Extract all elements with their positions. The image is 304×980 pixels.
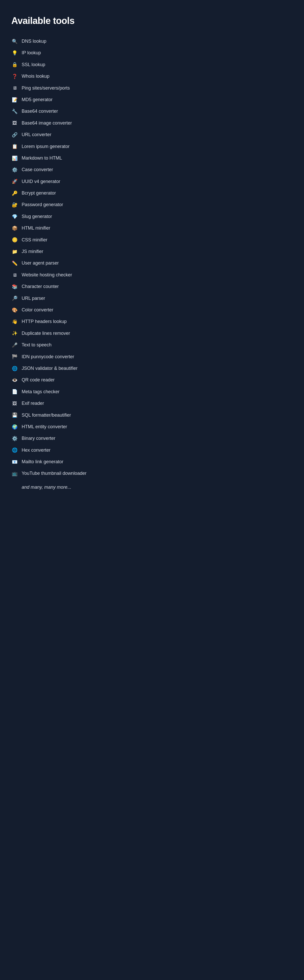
tool-item-youtube-thumbnail-downloader[interactable]: 📺YouTube thumbnail downloader [11, 468, 123, 479]
more-text: and many, many more... [11, 479, 123, 493]
tool-icon-html-entity-converter: 🌍 [11, 425, 18, 429]
main-container: Available tools 🔍DNS lookup💡IP lookup🔒SS… [0, 0, 134, 513]
tool-label-text-to-speech: Text to speech [22, 342, 51, 348]
tool-icon-binary-converter: ⚙️ [11, 436, 18, 441]
tool-icon-slug-generator: 💎 [11, 215, 18, 219]
tool-item-html-entity-converter[interactable]: 🌍HTML entity converter [11, 421, 123, 433]
tool-item-user-agent-parser[interactable]: ✏️User agent parser [11, 257, 123, 269]
tool-icon-ip-lookup: 💡 [11, 51, 18, 55]
tool-label-url-converter: URL converter [22, 132, 51, 138]
tool-item-password-generator[interactable]: 🔐Password generator [11, 199, 123, 210]
tool-item-text-to-speech[interactable]: 🎤Text to speech [11, 339, 123, 351]
tool-item-html-minifier[interactable]: 📦HTML minifier [11, 222, 123, 234]
tool-item-binary-converter[interactable]: ⚙️Binary converter [11, 433, 123, 444]
tool-icon-css-minifier: 🪙 [11, 237, 18, 242]
tool-icon-user-agent-parser: ✏️ [11, 261, 18, 266]
tool-item-markdown-to-html[interactable]: 📊Markdown to HTML [11, 152, 123, 164]
tool-icon-password-generator: 🔐 [11, 202, 18, 207]
tool-icon-markdown-to-html: 📊 [11, 156, 18, 161]
tool-item-exif-reader[interactable]: 🖼Exif reader [11, 398, 123, 409]
tool-icon-case-converter: ⚙️ [11, 167, 18, 172]
tool-item-dns-lookup[interactable]: 🔍DNS lookup [11, 35, 123, 47]
tool-label-duplicate-lines-remover: Duplicate lines remover [22, 331, 70, 336]
tool-label-json-validator-beautifier: JSON validator & beautifier [22, 366, 78, 371]
tool-icon-bcrypt-generator: 🔑 [11, 191, 18, 196]
tool-item-url-parser[interactable]: 🔎URL parser [11, 293, 123, 304]
tool-label-mailto-link-generator: Mailto link generator [22, 459, 63, 465]
tool-label-character-counter: Character counter [22, 283, 59, 290]
tool-icon-url-converter: 🔗 [11, 132, 18, 137]
tool-icon-color-converter: 🎨 [11, 308, 18, 312]
tool-label-youtube-thumbnail-downloader: YouTube thumbnail downloader [22, 471, 86, 476]
tool-item-ssl-lookup[interactable]: 🔒SSL lookup [11, 59, 123, 70]
tool-item-bcrypt-generator[interactable]: 🔑Bcrypt generator [11, 187, 123, 199]
tool-item-css-minifier[interactable]: 🪙CSS minifier [11, 234, 123, 246]
tool-label-http-headers-lookup: HTTP headers lookup [22, 318, 67, 325]
tool-item-md5-generator[interactable]: 📝MD5 generator [11, 94, 123, 105]
tool-label-url-parser: URL parser [22, 296, 45, 301]
tool-label-ssl-lookup: SSL lookup [22, 62, 45, 68]
tool-item-http-headers-lookup[interactable]: 👋HTTP headers lookup [11, 316, 123, 327]
tool-label-case-converter: Case converter [22, 167, 53, 173]
tool-label-slug-generator: Slug generator [22, 213, 52, 220]
tool-label-meta-tags-checker: Meta tags checker [22, 389, 59, 395]
tool-icon-html-minifier: 📦 [11, 226, 18, 231]
tool-icon-idn-punnycode-converter: 🏁 [11, 355, 18, 359]
tool-label-idn-punnycode-converter: IDN punnycode converter [22, 354, 74, 360]
tool-icon-md5-generator: 📝 [11, 97, 18, 102]
tool-icon-url-parser: 🔎 [11, 296, 18, 301]
tool-item-slug-generator[interactable]: 💎Slug generator [11, 211, 123, 222]
tool-item-sql-formatter-beautifier[interactable]: 💾SQL formatter/beautifier [11, 409, 123, 421]
tool-item-uuid-v4-generator[interactable]: 🚀UUID v4 generator [11, 176, 123, 187]
tool-item-website-hosting-checker[interactable]: 🖥Website hosting checker [11, 269, 123, 281]
tool-item-ip-lookup[interactable]: 💡IP lookup [11, 47, 123, 59]
tool-item-base64-converter[interactable]: 🔧Base64 converter [11, 105, 123, 117]
tool-label-html-minifier: HTML minifier [22, 225, 50, 231]
tool-label-password-generator: Password generator [22, 202, 63, 208]
tool-icon-lorem-ipsum-generator: 📋 [11, 144, 18, 149]
tool-item-color-converter[interactable]: 🎨Color converter [11, 304, 123, 316]
tool-icon-text-to-speech: 🎤 [11, 343, 18, 347]
tool-label-base64-image-converter: Base64 image converter [22, 120, 72, 126]
tool-item-meta-tags-checker[interactable]: 📄Meta tags checker [11, 386, 123, 398]
tool-item-hex-converter[interactable]: 🌐Hex converter [11, 444, 123, 456]
tool-icon-uuid-v4-generator: 🚀 [11, 179, 18, 184]
tool-label-dns-lookup: DNS lookup [22, 38, 46, 44]
tool-item-whois-lookup[interactable]: ❓Whois lookup [11, 70, 123, 82]
page-title: Available tools [11, 16, 123, 26]
tool-label-color-converter: Color converter [22, 307, 53, 313]
tool-icon-character-counter: 📚 [11, 285, 18, 289]
tool-label-exif-reader: Exif reader [22, 401, 44, 406]
tool-item-character-counter[interactable]: 📚Character counter [11, 281, 123, 292]
tool-item-mailto-link-generator[interactable]: 📧Mailto link generator [11, 456, 123, 468]
tool-label-js-minifier: JS minifier [22, 248, 43, 255]
tool-item-case-converter[interactable]: ⚙️Case converter [11, 164, 123, 175]
tool-label-bcrypt-generator: Bcrypt generator [22, 190, 56, 196]
tool-item-url-converter[interactable]: 🔗URL converter [11, 129, 123, 140]
tool-icon-whois-lookup: ❓ [11, 74, 18, 79]
tool-icon-duplicate-lines-remover: ✨ [11, 331, 18, 336]
tool-icon-ping-sites: 🖥 [11, 86, 18, 90]
tool-label-markdown-to-html: Markdown to HTML [22, 155, 62, 161]
tool-label-user-agent-parser: User agent parser [22, 260, 59, 266]
tool-icon-json-validator-beautifier: 🌐 [11, 366, 18, 371]
tool-icon-website-hosting-checker: 🖥 [11, 273, 18, 277]
tool-label-sql-formatter-beautifier: SQL formatter/beautifier [22, 412, 71, 418]
tool-label-ping-sites: Ping sites/servers/ports [22, 85, 70, 91]
tool-item-js-minifier[interactable]: 📁JS minifier [11, 246, 123, 257]
tool-item-ping-sites[interactable]: 🖥Ping sites/servers/ports [11, 82, 123, 94]
tool-icon-hex-converter: 🌐 [11, 448, 18, 452]
tool-label-lorem-ipsum-generator: Lorem ipsum generator [22, 143, 70, 150]
tool-item-base64-image-converter[interactable]: 🖼Base64 image converter [11, 117, 123, 129]
tool-item-qr-code-reader[interactable]: 👁️QR code reader [11, 374, 123, 386]
tool-label-html-entity-converter: HTML entity converter [22, 424, 67, 430]
tool-item-duplicate-lines-remover[interactable]: ✨Duplicate lines remover [11, 328, 123, 339]
tool-label-hex-converter: Hex converter [22, 447, 51, 453]
tool-label-binary-converter: Binary converter [22, 436, 55, 441]
tool-icon-http-headers-lookup: 👋 [11, 320, 18, 324]
tool-icon-meta-tags-checker: 📄 [11, 390, 18, 394]
tool-label-base64-converter: Base64 converter [22, 108, 58, 114]
tool-item-lorem-ipsum-generator[interactable]: 📋Lorem ipsum generator [11, 141, 123, 152]
tool-item-json-validator-beautifier[interactable]: 🌐JSON validator & beautifier [11, 363, 123, 374]
tool-item-idn-punnycode-converter[interactable]: 🏁IDN punnycode converter [11, 351, 123, 363]
